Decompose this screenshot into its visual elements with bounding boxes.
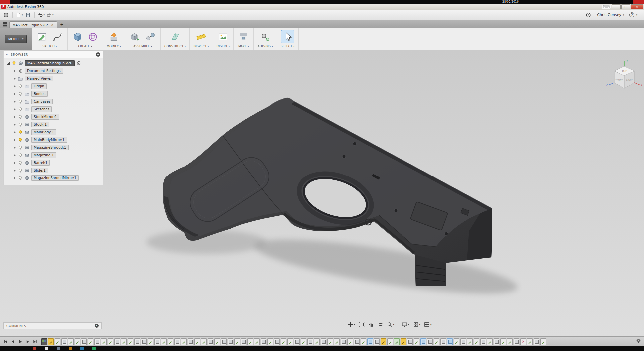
visibility-bulb-icon[interactable] [11, 61, 16, 66]
item-label[interactable]: Named Views [25, 76, 53, 81]
browser-item-stockmirror-1[interactable]: StockMirror:1 [4, 113, 103, 121]
step-back-icon[interactable] [11, 339, 15, 344]
item-label[interactable]: StockMirror:1 [31, 114, 59, 120]
box-icon[interactable] [71, 30, 84, 43]
ribbon-dropdown-inspect[interactable]: INSPECT▾ [193, 44, 209, 49]
select-icon[interactable] [281, 30, 294, 43]
timeline-feature-e[interactable] [241, 338, 246, 345]
timeline-feature-e[interactable] [81, 338, 87, 345]
ribbon-dropdown-select[interactable]: SELECT▾ [281, 44, 295, 49]
timeline-feature-e[interactable] [188, 338, 193, 345]
visibility-bulb-icon[interactable] [18, 160, 23, 165]
timeline-feature-s[interactable] [287, 338, 293, 345]
browser-item-stock-1[interactable]: Stock:1 [4, 121, 103, 128]
browser-item-magazineshroudmirror-1[interactable]: MagazineShroudMirror:1 [4, 174, 103, 182]
timeline-feature-s[interactable] [540, 338, 546, 345]
timeline-feature-e[interactable] [294, 338, 300, 345]
timeline-feature-s[interactable] [88, 338, 93, 345]
timeline-feature-e[interactable] [114, 338, 120, 345]
timeline-feature-b[interactable] [447, 338, 453, 345]
expand-arrow-icon[interactable] [7, 62, 10, 65]
timeline-feature-s[interactable] [161, 338, 167, 345]
item-label[interactable]: Barrel:1 [31, 160, 50, 166]
timeline-feature-s[interactable] [214, 338, 220, 345]
expand-arrow-icon[interactable] [14, 108, 16, 111]
expand-arrow-icon[interactable] [14, 146, 16, 149]
visibility-bulb-icon[interactable] [18, 168, 23, 173]
timeline-feature-e[interactable] [480, 338, 486, 345]
timeline-feature-s[interactable] [68, 338, 74, 345]
browser-item-mainbody-1[interactable]: MainBody:1 [4, 128, 103, 136]
item-label[interactable]: Magazine:1 [31, 152, 56, 158]
taskbar-item[interactable] [92, 347, 96, 350]
root-item-label[interactable]: M45 Tactical Shotgun v26 [25, 60, 75, 66]
play-icon[interactable] [18, 339, 23, 344]
plane-icon[interactable] [169, 30, 181, 43]
timeline-feature-s[interactable] [327, 338, 333, 345]
timeline-feature-e[interactable] [274, 338, 280, 345]
expand-arrow-icon[interactable] [14, 100, 16, 103]
timeline-feature-e[interactable] [321, 338, 326, 345]
timeline-feature-s[interactable] [108, 338, 113, 345]
timeline-feature-rx[interactable]: × [520, 338, 526, 345]
timeline-settings-gear-icon[interactable] [634, 338, 644, 345]
pan-icon[interactable]: ▾ [348, 322, 355, 327]
browser-item-document-settings[interactable]: Document Settings [4, 67, 103, 75]
browser-minimize-icon[interactable]: − [96, 52, 100, 57]
browser-item-canvases[interactable]: Canvases [4, 98, 103, 105]
timeline-feature-e[interactable] [261, 338, 266, 345]
visibility-bulb-icon[interactable] [18, 122, 23, 127]
keyboard-icon[interactable] [602, 5, 611, 9]
timeline-feature-s[interactable] [487, 338, 493, 345]
expand-arrow-icon[interactable] [14, 169, 16, 172]
insert-icon[interactable] [217, 30, 230, 43]
timeline-feature-s[interactable] [314, 338, 320, 345]
timeline-feature-s[interactable] [181, 338, 187, 345]
timeline-feature-s[interactable] [281, 338, 286, 345]
ribbon-dropdown-create[interactable]: CREATE▾ [78, 44, 92, 49]
go-to-start-icon[interactable] [3, 339, 8, 344]
timeline-feature-e[interactable] [94, 338, 100, 345]
browser-item-origin[interactable]: Origin [4, 82, 103, 90]
help-menu[interactable]: ? ▾ [629, 12, 637, 17]
timeline-feature-s[interactable] [334, 338, 340, 345]
expand-arrow-icon[interactable] [14, 123, 16, 126]
presspull-icon[interactable] [108, 30, 120, 43]
ribbon-dropdown-modify[interactable]: MODIFY▾ [107, 44, 121, 49]
timeline-feature-s[interactable] [55, 338, 60, 345]
taskbar-item[interactable] [45, 347, 48, 350]
expand-arrow-icon[interactable] [14, 116, 16, 118]
sketch-icon[interactable] [36, 30, 48, 43]
timeline-feature-s[interactable] [527, 338, 533, 345]
timeline-feature-s[interactable] [267, 338, 273, 345]
timeline-feature-e[interactable] [134, 338, 140, 345]
viewcube[interactable]: Y TOP FRONT RIGHT X Z [605, 58, 644, 102]
timeline-feature-e[interactable] [221, 338, 227, 345]
timeline-feature-s[interactable] [194, 338, 200, 345]
timeline-feature-b[interactable] [420, 338, 426, 345]
timeline-feature-e[interactable] [154, 338, 160, 345]
browser-item-magazineshroud-1[interactable]: MagazineShroud:1 [4, 144, 103, 151]
tab-close-icon[interactable]: × [51, 23, 54, 27]
workspace-switcher[interactable]: MODEL ▾ [5, 35, 27, 43]
viewport-canvas[interactable]: Y TOP FRONT RIGHT X Z « BROWSER − M45 Ta… [0, 50, 644, 336]
comments-expand-icon[interactable]: • [95, 324, 99, 328]
browser-item-slide-1[interactable]: Slide:1 [4, 167, 103, 174]
timeline-feature-e[interactable] [494, 338, 499, 345]
visibility-bulb-icon[interactable] [18, 145, 23, 150]
timeline-feature-b[interactable] [367, 338, 373, 345]
browser-item-magazine-1[interactable]: Magazine:1 [4, 151, 103, 159]
expand-arrow-icon[interactable] [14, 131, 16, 134]
timeline-feature-s[interactable] [234, 338, 240, 345]
user-account-menu[interactable]: Chris Gensey ▾ [597, 13, 624, 17]
timeline-feature-y[interactable] [401, 338, 406, 345]
zoom-icon[interactable]: ▾ [387, 322, 395, 327]
item-label[interactable]: Origin [31, 83, 47, 89]
display-icon[interactable]: ▾ [402, 322, 409, 327]
timeline-feature-s[interactable] [247, 338, 253, 345]
timeline-feature-s[interactable] [454, 338, 459, 345]
timeline-feature-s[interactable] [121, 338, 127, 345]
timeline-feature-e[interactable] [374, 338, 380, 345]
document-tab[interactable]: M45 Tacti...tgun v26* × [9, 21, 57, 28]
go-to-end-icon[interactable] [33, 339, 37, 344]
